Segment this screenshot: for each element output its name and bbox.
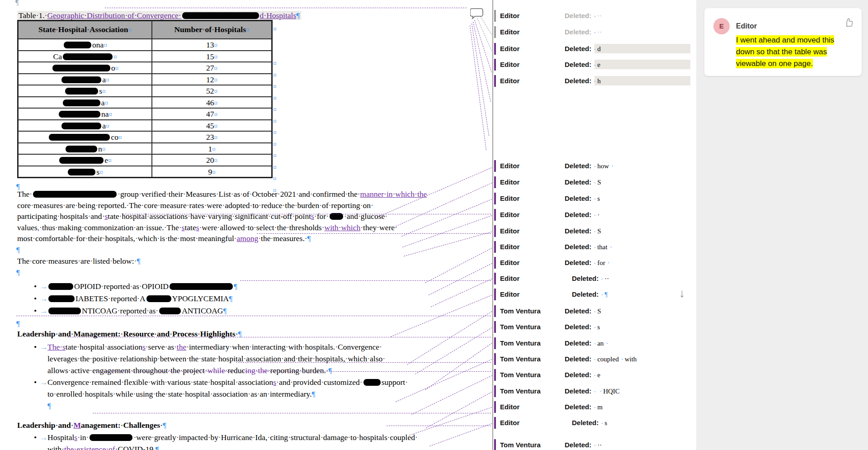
space-mark: ·: [594, 227, 596, 235]
redaction-bar: [90, 434, 132, 441]
text-segment: support·: [382, 378, 408, 387]
table-cell-association[interactable]: s¤: [18, 166, 152, 178]
revision-entry[interactable]: EditorDeleted:·s: [493, 418, 696, 429]
table-cell-count[interactable]: 47¤: [152, 108, 272, 120]
revision-entry[interactable]: Tom VenturaDeleted:·s: [493, 322, 696, 333]
table-cell-count[interactable]: 23¤: [152, 131, 272, 143]
text-segment: Hospital: [47, 433, 74, 442]
revision-entry[interactable]: EditorDeleted:·how·: [493, 161, 696, 172]
formatting-mark: ¶: [47, 401, 51, 410]
revision-entry[interactable]: EditorDeleted:···: [493, 27, 696, 38]
doc-line[interactable]: •→The·state·hospital·associations·serve·…: [47, 341, 382, 352]
table-cell-association[interactable]: a¤: [18, 120, 152, 132]
revision-entry[interactable]: EditorDeleted:···: [493, 11, 696, 22]
table-cell-count[interactable]: 20¤: [152, 154, 272, 166]
table-cell-association[interactable]: o¤: [18, 62, 152, 74]
doc-line[interactable]: core·measures·are·being·reported.·The·co…: [17, 200, 373, 211]
end-of-row-mark: ¤: [273, 186, 277, 195]
table-cell-association[interactable]: na¤: [18, 108, 152, 120]
doc-line[interactable]: to·enrolled·hospitals·while·using·the·st…: [47, 388, 316, 399]
revision-entry[interactable]: EditorDeleted:·s: [493, 194, 696, 204]
revision-entry[interactable]: EditorDeleted:·that·: [493, 242, 696, 253]
table-cell-count[interactable]: 9¤: [152, 166, 272, 178]
table-row: a¤45¤: [18, 120, 272, 132]
revision-entry[interactable]: EditorDeleted:··: [493, 210, 696, 221]
doc-line[interactable]: Leadership·and·Management:·Resource·and·…: [17, 328, 241, 339]
table-header-count[interactable]: Number·of·Hospitals¤: [152, 21, 272, 39]
doc-line[interactable]: •→NTICOAG·reported·as·ANTICOAG¶: [47, 305, 226, 316]
doc-line[interactable]: values,·thus·making·commonization·an·iss…: [17, 222, 397, 233]
revision-author: Editor: [500, 27, 519, 37]
table-cell-count[interactable]: 52¤: [152, 85, 272, 97]
revision-entry[interactable]: EditorDeleted:·h: [493, 76, 696, 87]
doc-line[interactable]: ¶: [16, 318, 20, 329]
table-cell-association[interactable]: n¤: [18, 143, 152, 155]
document-page[interactable]: Table·1.·Geographic·Distribution·of·Conv…: [0, 0, 492, 450]
text-segment: The·: [17, 189, 32, 199]
doc-line[interactable]: allows·active·engagement·throughout·the·…: [47, 365, 332, 376]
table-cell-association[interactable]: co¤: [18, 131, 152, 143]
doc-line[interactable]: •→Hospitals·in··were·greatly·impacted·by…: [47, 432, 418, 443]
end-of-row-mark: ¤: [273, 151, 277, 160]
text-segment: tate: [184, 223, 196, 232]
revision-entry[interactable]: Tom VenturaDeleted:···: [493, 440, 696, 450]
revisions-pane[interactable]: EditorDeleted:···EditorDeleted:···Editor…: [493, 0, 696, 450]
tracked-change-connector: [68, 337, 491, 337]
revision-entry[interactable]: Tom VenturaDeleted:··HQIC: [493, 386, 696, 397]
revision-entry[interactable]: EditorDeleted:·S: [493, 226, 696, 237]
table-cell-count[interactable]: 45¤: [152, 120, 272, 132]
comment-card[interactable]: E Editor I went ahead and moved this dow…: [704, 8, 862, 76]
redaction-bar: [48, 308, 81, 314]
doc-line[interactable]: with·the·existence·of·COVID-19.¶: [47, 444, 159, 450]
revision-entry[interactable]: Tom VenturaDeleted:·e: [493, 370, 696, 381]
doc-line[interactable]: most·comfortable·for·their·hospitals,·wh…: [17, 233, 311, 244]
hospital-distribution-table[interactable]: State·Hospital·Association¤Number·of·Hos…: [17, 20, 273, 178]
revision-entry[interactable]: EditorDeleted:·e: [493, 60, 696, 71]
revision-entry[interactable]: EditorDeleted:···: [493, 274, 696, 284]
table-cell-count[interactable]: 15¤: [152, 51, 272, 62]
doc-line[interactable]: ¶: [16, 244, 20, 255]
revision-deleted-label: Deleted:·S: [565, 177, 601, 187]
doc-line[interactable]: The·core·measures·are·listed·below:·¶: [17, 256, 140, 266]
change-bar: [494, 417, 496, 429]
doc-line[interactable]: ¶: [47, 400, 51, 411]
doc-line[interactable]: ¶: [16, 267, 20, 278]
space-mark: ·: [594, 61, 596, 68]
doc-line[interactable]: The··group·verified·their·Measures·List·…: [17, 189, 427, 199]
doc-line[interactable]: participating·hospitals·and·state·hospit…: [17, 211, 387, 222]
table-cell-association[interactable]: s¤: [18, 85, 152, 97]
table-caption[interactable]: Table·1.·Geographic·Distribution·of·Conv…: [17, 10, 301, 21]
scroll-down-arrow-icon[interactable]: ↓: [679, 287, 685, 299]
doc-line[interactable]: •→IABETES·reported·AYPOGLYCEMIA¶: [47, 293, 232, 304]
revision-entry[interactable]: Tom VenturaDeleted:·S: [493, 306, 696, 317]
revision-entry[interactable]: Tom VenturaDeleted:·an·: [493, 338, 696, 349]
change-bar: [494, 273, 496, 284]
table-header-association[interactable]: State·Hospital·Association¤: [18, 21, 152, 39]
revision-entry[interactable]: Tom VenturaDeleted:·coupled·with: [493, 354, 696, 365]
change-bar: [494, 209, 496, 221]
table-cell-count[interactable]: 12¤: [152, 74, 272, 85]
table-cell-association[interactable]: Ca¤: [18, 51, 152, 62]
revision-entry[interactable]: EditorDeleted:·m: [493, 402, 696, 413]
table-cell-count[interactable]: 1¤: [152, 143, 272, 155]
revision-entry[interactable]: EditorDeleted:·d: [493, 44, 696, 55]
revision-entry[interactable]: EditorDeleted:·for·: [493, 258, 696, 269]
doc-line[interactable]: •→OPIOID·reported·as·OPIOID¶: [47, 281, 237, 292]
table-cell-count[interactable]: 46¤: [152, 97, 272, 109]
change-bar: [494, 160, 496, 172]
table-cell-count[interactable]: 13¤: [152, 39, 272, 51]
table-cell-count[interactable]: 27¤: [152, 62, 272, 74]
doc-line[interactable]: •→Convergence·remained·flexible·with·var…: [47, 377, 408, 388]
thumbs-up-icon[interactable]: [844, 17, 854, 28]
table-cell-association[interactable]: e¤: [18, 154, 152, 166]
table-cell-association[interactable]: ona¤: [18, 39, 152, 51]
revision-deleted-text: ··: [597, 12, 602, 19]
formatting-mark: ¶: [16, 245, 20, 254]
revision-author: Tom Ventura: [500, 370, 541, 380]
redaction-bar: [64, 42, 91, 48]
revision-entry[interactable]: EditorDeleted:·S: [493, 177, 696, 188]
table-cell-association[interactable]: a¤: [18, 74, 152, 85]
table-cell-association[interactable]: a¤: [18, 97, 152, 109]
revision-entry[interactable]: EditorDeleted:·¶: [493, 289, 696, 300]
doc-line[interactable]: Leadership·and·Management:·Challenges·¶: [17, 420, 166, 431]
